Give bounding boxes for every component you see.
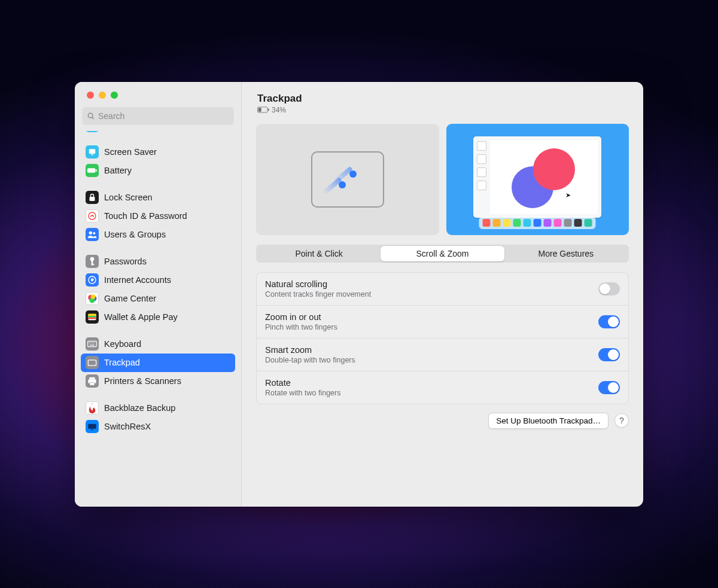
tab-bar: Point & Click Scroll & Zoom More Gesture… [256,245,629,263]
svg-rect-23 [89,342,90,343]
tab-point-click[interactable]: Point & Click [257,246,381,261]
app-window-icon: ➤ [473,136,601,218]
window-minimize-button[interactable] [99,92,106,99]
printers-icon [86,374,99,388]
svg-rect-19 [88,314,96,316]
battery-percent: 34% [272,106,286,114]
dock-icon [479,217,596,229]
sidebar-item-internet[interactable]: Internet Accounts [81,271,235,290]
sidebar-item-wallet[interactable]: Wallet & Apple Pay [81,308,235,327]
search-field[interactable] [82,107,234,125]
passwords-icon [86,255,99,268]
svg-rect-22 [88,341,97,346]
row-title: Zoom in or out [265,312,598,322]
users-icon [86,228,99,241]
sidebar-item-keyboard[interactable]: Keyboard [81,335,235,354]
sidebar-item-lockscreen[interactable]: Lock Screen [81,188,235,207]
setup-bluetooth-button[interactable]: Set Up Bluetooth Trackpad… [488,413,609,429]
svg-point-8 [89,231,92,234]
internet-icon [86,273,99,287]
sidebar-item-gamecenter[interactable]: Game Center [81,290,235,308]
svg-line-1 [92,117,94,118]
svg-point-0 [88,113,93,118]
row-zoom: Zoom in or out Pinch with two fingers [257,305,628,338]
preview-row: ➤ [256,124,629,235]
row-title: Rotate [265,378,598,388]
tab-scroll-zoom[interactable]: Scroll & Zoom [381,246,504,261]
sidebar-item-label: Battery [104,166,132,175]
sidebar-item-label: Backblaze Backup [104,403,175,413]
sidebar-item-label: Printers & Scanners [104,376,181,386]
battery-icon [86,164,99,177]
row-subtitle: Rotate with two fingers [265,389,598,397]
settings-list: Natural scrolling Content tracks finger … [256,272,629,404]
svg-rect-33 [91,429,93,429]
sidebar-item-users[interactable]: Users & Groups [81,226,235,244]
svg-rect-28 [88,359,96,365]
switchresx-icon [86,420,99,433]
toggle-zoom[interactable] [598,315,620,328]
sidebar-item-screensaver[interactable]: Screen Saver [81,143,235,162]
touchid-icon [86,209,99,223]
wallet-icon [86,310,99,324]
svg-rect-35 [258,108,261,112]
window-close-button[interactable] [87,92,94,99]
settings-window: …Screen SaverBatteryLock ScreenTouch ID … [75,82,643,507]
sidebar: …Screen SaverBatteryLock ScreenTouch ID … [75,82,242,507]
sidebar-item-backblaze[interactable]: Backblaze Backup [81,399,235,418]
sidebar-item-switchresx[interactable]: SwitchResX [81,418,235,436]
row-natural-scrolling: Natural scrolling Content tracks finger … [257,273,628,305]
row-subtitle: Pinch with two fingers [265,323,598,331]
sidebar-item-label: SwitchResX [104,422,151,431]
page-title: Trackpad [257,93,629,105]
sidebar-item-label: Screen Saver [104,147,157,157]
toggle-smart-zoom[interactable] [598,348,620,361]
row-title: Natural scrolling [265,279,598,289]
svg-rect-4 [87,168,96,172]
svg-rect-24 [90,342,91,343]
search-input[interactable] [98,111,229,121]
svg-rect-20 [88,316,96,318]
main-content: Trackpad 34% ➤ [242,82,643,507]
svg-rect-3 [91,154,94,155]
row-subtitle: Content tracks finger movement [265,290,598,298]
tab-more-gestures[interactable]: More Gestures [504,246,628,261]
toggle-rotate[interactable] [598,381,620,394]
help-button[interactable]: ? [614,413,629,428]
svg-rect-36 [268,108,269,111]
sidebar-item-battery[interactable]: Battery [81,162,235,180]
sidebar-item-touchid[interactable]: Touch ID & Password [81,207,235,226]
gesture-preview [256,124,439,235]
row-smart-zoom: Smart zoom Double-tap with two fingers [257,338,628,371]
svg-rect-2 [89,149,96,154]
svg-rect-6 [90,197,95,201]
search-icon [87,112,95,120]
cursor-icon: ➤ [565,191,571,199]
battery-icon [257,106,269,113]
battery-status: 34% [257,106,629,114]
window-maximize-button[interactable] [111,92,118,99]
svg-rect-32 [88,424,96,428]
header: Trackpad 34% [256,93,629,114]
sidebar-item-label: Game Center [104,294,156,303]
screensaver-icon [86,145,99,159]
svg-rect-27 [90,345,95,345]
svg-point-17 [91,294,96,299]
svg-rect-21 [88,318,96,319]
sidebar-item-label: Wallet & Apple Pay [104,312,178,322]
backblaze-icon [86,401,99,415]
sidebar-item-label: Users & Groups [104,230,166,239]
sidebar-item-label: Passwords [104,257,147,266]
svg-rect-25 [92,342,93,343]
toggle-natural-scrolling[interactable] [598,282,620,295]
sidebar-item-printers[interactable]: Printers & Scanners [81,372,235,391]
row-title: Smart zoom [265,345,598,355]
gamecenter-icon [86,292,99,305]
sidebar-item-passwords[interactable]: Passwords [81,252,235,271]
sidebar-item-label: Trackpad [104,358,140,367]
sidebar-list: …Screen SaverBatteryLock ScreenTouch ID … [75,131,241,507]
sidebar-item-trackpad[interactable]: Trackpad [81,354,235,372]
lockscreen-icon [86,191,99,204]
keyboard-icon [86,337,99,351]
svg-rect-26 [94,342,95,343]
